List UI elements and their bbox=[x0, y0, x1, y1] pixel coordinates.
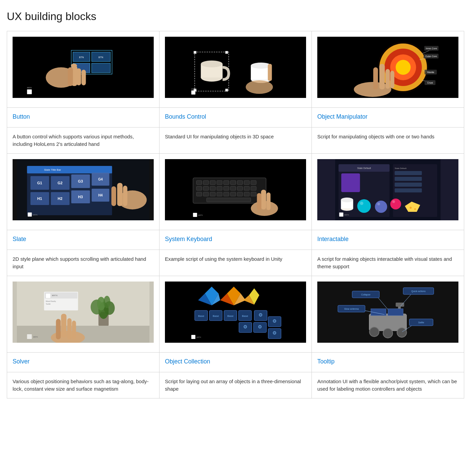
interactable-desc: A script for making objects interactable… bbox=[317, 255, 458, 270]
svg-rect-93 bbox=[197, 186, 202, 190]
svg-point-198 bbox=[397, 328, 407, 337]
svg-rect-114 bbox=[257, 193, 262, 210]
svg-rect-51 bbox=[380, 64, 385, 89]
system-keyboard-title[interactable]: System Keyboard bbox=[165, 236, 306, 243]
svg-rect-113 bbox=[261, 190, 266, 209]
svg-rect-148 bbox=[46, 293, 51, 298]
svg-text:G4: G4 bbox=[98, 177, 103, 181]
svg-text:⚙: ⚙ bbox=[272, 330, 277, 336]
svg-rect-58 bbox=[27, 166, 112, 173]
button-title[interactable]: Button bbox=[13, 113, 154, 120]
svg-point-140 bbox=[414, 208, 416, 210]
row-images-2: Slate Title Bar G1 G2 G3 G4 H1 H2 H3 bbox=[7, 154, 464, 230]
object-manipulator-image-cell: Inner Core Outer Core Mantle Crust bbox=[312, 31, 464, 107]
object-manipulator-desc: Script for manipulating objects with one… bbox=[317, 133, 458, 140]
solver-image-cell: MRTK Mixed Reality Toolkit bbox=[7, 276, 159, 352]
svg-rect-111 bbox=[207, 198, 251, 202]
bounds-control-desc-cell: Standard UI for manipulating objects in … bbox=[159, 128, 312, 153]
object-manipulator-title[interactable]: Object Manipulator bbox=[317, 113, 458, 120]
svg-text:State Default: State Default bbox=[357, 167, 371, 169]
svg-point-132 bbox=[357, 199, 371, 213]
svg-point-13 bbox=[71, 64, 77, 68]
svg-text:Base: Base bbox=[213, 314, 219, 318]
svg-rect-18 bbox=[194, 51, 197, 54]
svg-point-136 bbox=[390, 199, 401, 209]
svg-text:⚙: ⚙ bbox=[258, 312, 263, 318]
svg-rect-103 bbox=[203, 192, 209, 196]
solver-desc: Various object positioning behaviors suc… bbox=[13, 378, 154, 393]
svg-rect-90 bbox=[237, 181, 243, 185]
svg-rect-202 bbox=[388, 309, 403, 316]
svg-rect-98 bbox=[231, 186, 236, 190]
svg-rect-159 bbox=[61, 314, 67, 338]
interactable-title[interactable]: Interactable bbox=[317, 236, 458, 243]
svg-text:Base: Base bbox=[227, 314, 234, 318]
object-manipulator-title-cell: Object Manipulator bbox=[312, 108, 464, 127]
tooltip-desc-cell: Annotation UI with a flexible anchor/piv… bbox=[312, 372, 464, 398]
tooltip-image: Collapse Quick actions Stow antenna Self… bbox=[317, 282, 458, 343]
tooltip-image-cell: Collapse Quick actions Stow antenna Self… bbox=[312, 276, 464, 352]
svg-rect-104 bbox=[210, 192, 216, 196]
bounds-control-title[interactable]: Bounds Control bbox=[165, 113, 306, 120]
bounds-control-image-cell: MRTK bbox=[159, 31, 312, 107]
svg-rect-99 bbox=[237, 186, 243, 190]
page-title: UX building blocks bbox=[7, 10, 464, 23]
svg-text:G2: G2 bbox=[57, 181, 63, 185]
bounds-control-image: MRTK bbox=[165, 37, 306, 98]
svg-rect-96 bbox=[217, 186, 222, 190]
button-image: BTN BTN MRTK bbox=[13, 37, 154, 98]
interactable-image: State Default State Default bbox=[317, 159, 458, 220]
svg-point-131 bbox=[341, 198, 353, 202]
svg-text:MRTK: MRTK bbox=[344, 214, 350, 216]
object-collection-image-cell: Base Base Base Base ⚙ ⚙ ⚙ ⚙ bbox=[159, 276, 312, 352]
svg-rect-79 bbox=[123, 186, 128, 206]
slate-title[interactable]: Slate bbox=[13, 236, 154, 243]
svg-text:G1: G1 bbox=[37, 181, 42, 185]
slate-desc: 2D style plane which supports scrolling … bbox=[13, 255, 154, 270]
system-keyboard-title-cell: System Keyboard bbox=[159, 230, 312, 250]
svg-rect-115 bbox=[267, 192, 271, 210]
object-collection-image: Base Base Base Base ⚙ ⚙ ⚙ ⚙ bbox=[165, 282, 306, 343]
ux-blocks-grid: BTN BTN MRTK bbox=[7, 31, 464, 398]
tooltip-title[interactable]: Tooltip bbox=[317, 358, 458, 365]
svg-rect-88 bbox=[224, 181, 229, 185]
slate-title-cell: Slate bbox=[7, 230, 159, 250]
svg-rect-95 bbox=[210, 186, 216, 190]
svg-text:MRTK: MRTK bbox=[52, 294, 58, 296]
svg-point-139 bbox=[410, 207, 412, 209]
svg-rect-109 bbox=[244, 192, 250, 196]
svg-point-134 bbox=[375, 201, 387, 213]
svg-text:H3: H3 bbox=[78, 195, 83, 199]
svg-rect-77 bbox=[117, 183, 123, 206]
svg-rect-85 bbox=[203, 181, 209, 185]
svg-text:BTN: BTN bbox=[99, 56, 103, 58]
svg-rect-110 bbox=[251, 192, 256, 196]
row-descs-1: A button control which supports various … bbox=[7, 128, 464, 154]
svg-text:Base: Base bbox=[198, 314, 204, 318]
svg-text:Crust: Crust bbox=[427, 82, 433, 84]
row-titles-1: Button Bounds Control Object Manipulator bbox=[7, 108, 464, 128]
svg-text:MRTK: MRTK bbox=[191, 88, 197, 90]
bounds-control-desc: Standard UI for manipulating objects in … bbox=[165, 133, 306, 140]
svg-point-157 bbox=[104, 296, 111, 308]
button-desc: A button control which supports various … bbox=[13, 133, 154, 148]
svg-rect-91 bbox=[244, 181, 250, 185]
svg-rect-160 bbox=[56, 319, 61, 339]
svg-rect-127 bbox=[395, 183, 422, 187]
slate-desc-cell: 2D style plane which supports scrolling … bbox=[7, 250, 159, 276]
solver-title[interactable]: Solver bbox=[13, 358, 154, 365]
row-images-1: BTN BTN MRTK bbox=[7, 31, 464, 108]
svg-rect-21 bbox=[225, 89, 228, 91]
svg-text:Quick actions: Quick actions bbox=[411, 290, 426, 293]
button-desc-cell: A button control which supports various … bbox=[7, 128, 159, 153]
object-collection-title[interactable]: Object Collection bbox=[165, 358, 306, 365]
svg-text:H1: H1 bbox=[37, 197, 42, 201]
svg-rect-200 bbox=[396, 303, 404, 307]
interactable-title-cell: Interactable bbox=[312, 230, 464, 250]
svg-text:⚙: ⚙ bbox=[243, 324, 248, 329]
svg-text:MRTK: MRTK bbox=[198, 214, 203, 216]
svg-rect-163 bbox=[27, 334, 32, 339]
svg-rect-54 bbox=[390, 71, 394, 88]
svg-point-133 bbox=[360, 202, 364, 205]
svg-text:State Default: State Default bbox=[395, 167, 407, 169]
